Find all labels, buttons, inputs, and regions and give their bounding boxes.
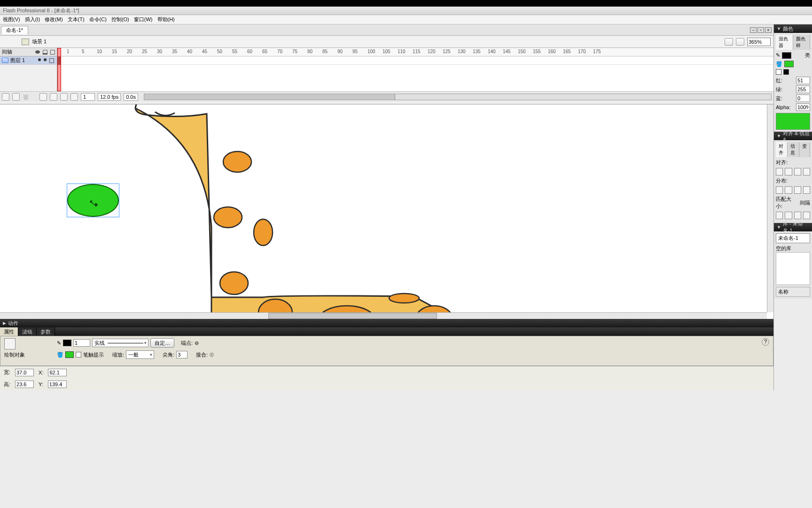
dist-3[interactable] — [794, 186, 801, 194]
actions-panel-header[interactable]: ▶动作 — [0, 319, 773, 327]
join-icon[interactable]: ⦾ — [210, 352, 214, 358]
edit-symbol-button[interactable] — [736, 38, 744, 46]
stroke-width-input[interactable] — [73, 339, 90, 347]
miter-input[interactable] — [176, 351, 187, 358]
menu-view[interactable]: 视图(V) — [3, 16, 20, 23]
new-folder-button[interactable] — [12, 93, 20, 101]
swatches-tab[interactable]: 颜色样 — [793, 35, 811, 50]
x-label: X: — [39, 370, 43, 375]
dist-1[interactable] — [776, 186, 783, 194]
pencil-icon: ✎ — [57, 340, 61, 346]
library-panel-header[interactable]: ▼库 - 未命名-1 — [774, 223, 812, 231]
space-button[interactable] — [803, 212, 810, 219]
frame-ruler[interactable]: 1510152025303540455055606570758085909510… — [57, 48, 773, 56]
elapsed-field: 0.0s — [124, 93, 138, 101]
dist-2[interactable] — [785, 186, 792, 194]
eye-icon[interactable] — [35, 50, 40, 55]
new-layer-button[interactable] — [2, 93, 9, 101]
tl-btn-b[interactable] — [50, 93, 57, 101]
delete-layer-button[interactable] — [23, 94, 29, 100]
color-panel-header[interactable]: ▼颜色 — [774, 24, 812, 33]
help-icon[interactable]: ? — [762, 338, 769, 346]
align-right-button[interactable] — [794, 168, 801, 175]
b-input[interactable] — [796, 95, 810, 102]
menu-help[interactable]: 帮助(H) — [157, 16, 175, 23]
stroke-hint-checkbox[interactable] — [76, 352, 81, 357]
dist-4[interactable] — [803, 186, 810, 194]
doc-close-button[interactable]: × — [765, 27, 772, 33]
selected-ellipse-shape[interactable] — [67, 184, 119, 217]
match-h-button[interactable] — [785, 212, 792, 219]
scale-select[interactable]: 一般 — [126, 350, 154, 359]
r-input[interactable] — [796, 77, 810, 84]
library-name-column[interactable]: 名称 — [776, 287, 810, 297]
stroke-swatch[interactable] — [782, 52, 791, 59]
match-wh-button[interactable] — [794, 212, 801, 219]
y-label: Y: — [39, 381, 43, 387]
tab-filters[interactable]: 滤镜 — [18, 327, 37, 336]
x-input[interactable] — [48, 369, 67, 376]
menu-insert[interactable]: 插入(I) — [25, 16, 40, 23]
align-hcenter-button[interactable] — [785, 168, 792, 175]
frames-track[interactable] — [57, 56, 773, 65]
stage-vscroll[interactable] — [767, 104, 773, 312]
library-doc-select[interactable]: 未命名-1 — [776, 233, 810, 243]
doc-tab-active[interactable]: 命名-1* — [1, 26, 28, 34]
edit-scene-button[interactable] — [725, 38, 733, 46]
status-bar-2: 高: Y: — [0, 378, 773, 390]
zoom-input[interactable] — [747, 38, 771, 46]
tl-btn-c[interactable] — [60, 93, 68, 101]
y-input[interactable] — [48, 381, 67, 388]
mixer-tab[interactable]: 混色器 — [776, 35, 793, 50]
info-tab[interactable]: 信息 — [788, 142, 799, 157]
bucket-icon: 🪣 — [57, 352, 63, 358]
fill-swatch[interactable] — [784, 61, 794, 67]
match-w-button[interactable] — [776, 212, 783, 219]
object-type-label: 绘制对象 — [4, 351, 51, 358]
tab-params[interactable]: 参数 — [37, 327, 55, 336]
menu-window[interactable]: 窗口(W) — [134, 16, 153, 23]
menu-modify[interactable]: 修改(M) — [45, 16, 63, 23]
doc-restore-button[interactable]: ▫ — [757, 27, 764, 33]
align-top-button[interactable] — [803, 168, 810, 175]
menu-command[interactable]: 命令(C) — [89, 16, 107, 23]
swap-icon[interactable] — [783, 69, 789, 75]
align-panel-header[interactable]: ▼对齐 & 信息 & — [774, 132, 812, 140]
stage-hscroll[interactable] — [0, 312, 767, 319]
menu-control[interactable]: 控制(O) — [111, 16, 129, 23]
selection-bounding-box[interactable] — [67, 183, 119, 217]
fps-field: 12.0 fps — [98, 93, 121, 101]
width-input[interactable] — [15, 369, 34, 376]
tl-btn-a[interactable] — [39, 93, 47, 101]
stage[interactable]: ↖✥ — [0, 104, 773, 319]
endcap-icon[interactable]: ⊖ — [195, 340, 199, 346]
canvas-drawing-giraffe — [132, 104, 479, 319]
distribute-label: 分布: — [776, 177, 810, 184]
noswap-icon[interactable] — [776, 69, 781, 75]
fill-color-swatch[interactable] — [65, 351, 74, 358]
space-label: 间隔 — [800, 199, 810, 206]
align-tab[interactable]: 对齐 — [776, 142, 788, 157]
timeline-scrollbar[interactable] — [144, 94, 772, 100]
keyframe-1[interactable] — [57, 56, 61, 65]
transform-tab[interactable]: 变 — [799, 142, 810, 157]
outline-icon[interactable] — [50, 50, 55, 55]
layer-row[interactable]: 图层 1 — [0, 56, 57, 65]
tab-properties[interactable]: 属性 — [0, 327, 18, 336]
menu-text[interactable]: 文本(T) — [68, 16, 85, 23]
lock-icon[interactable] — [43, 50, 47, 55]
g-input[interactable] — [796, 86, 810, 93]
property-inspector: 绘制对象 ✎ 实线 自定… 端点: ⊖ 🪣 笔触提示 缩放: 一般 尖角: — [0, 336, 773, 366]
doc-minimize-button[interactable]: – — [750, 27, 757, 33]
alpha-input[interactable] — [796, 103, 810, 111]
stroke-style-select[interactable]: 实线 — [92, 339, 148, 347]
g-label: 绿: — [776, 86, 782, 93]
pencil-stroke-icon: ✎ — [776, 52, 780, 58]
tl-btn-d[interactable] — [70, 93, 78, 101]
stroke-color-swatch[interactable] — [63, 340, 71, 346]
height-input[interactable] — [15, 381, 34, 388]
layer-icon — [2, 58, 8, 63]
object-type-icon — [4, 338, 16, 349]
align-left-button[interactable] — [776, 168, 783, 175]
custom-stroke-button[interactable]: 自定… — [150, 338, 174, 348]
